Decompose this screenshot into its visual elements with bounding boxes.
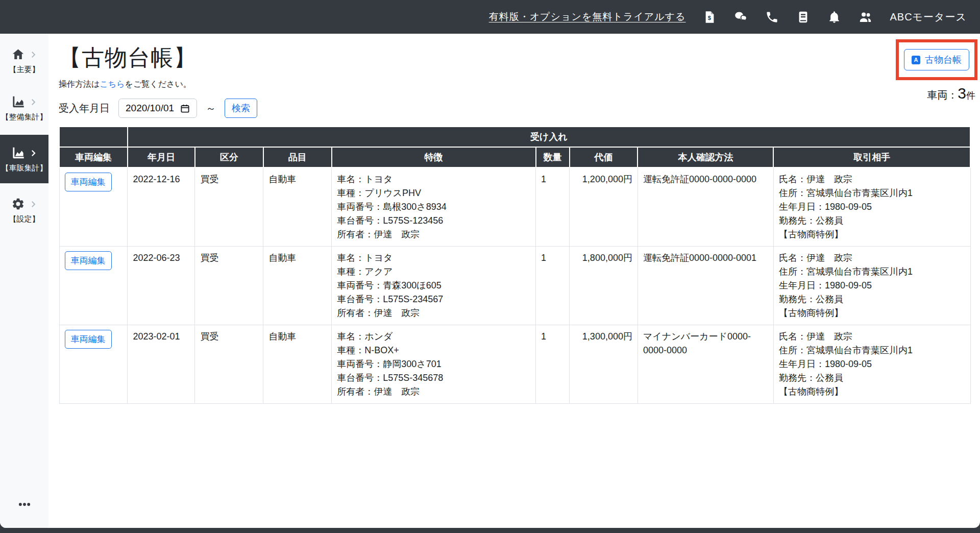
chart-area-icon xyxy=(11,146,25,160)
features-cell: 車名：ホンダ 車種：N-BOX+ 車両番号：静岡300さ701 車台番号：L57… xyxy=(332,325,536,404)
users-icon[interactable] xyxy=(859,10,872,24)
date-cell: 2022-12-16 xyxy=(128,167,195,247)
quantity-cell: 1 xyxy=(536,325,570,404)
vehicle-edit-button[interactable]: 車両編集 xyxy=(65,251,112,270)
gear-icon xyxy=(11,197,25,211)
table-row: 車両編集 2022-12-16 買受 自動車 車名：トヨタ 車種：プリウスPHV… xyxy=(59,167,970,247)
ledger-pdf-button-label: 古物台帳 xyxy=(925,54,962,66)
book-icon[interactable] xyxy=(796,10,810,24)
highlight-annotation: A 古物台帳 xyxy=(896,39,977,80)
table-row: 車両編集 2023-02-01 買受 自動車 車名：ホンダ 車種：N-BOX+ … xyxy=(59,325,970,404)
sidebar-item-maintenance-summary[interactable]: 【整備集計】 xyxy=(0,87,48,129)
vehicle-edit-button[interactable]: 車両編集 xyxy=(65,330,112,349)
help-text: 操作方法は xyxy=(59,80,100,88)
column-header-row: 車両編集 年月日 区分 品目 特徴 数量 代価 本人確認方法 取引相手 xyxy=(59,147,970,167)
col-price: 代価 xyxy=(570,147,638,167)
sidebar-item-car-sales-summary[interactable]: 【車販集計】 xyxy=(0,135,48,183)
col-counterparty: 取引相手 xyxy=(773,147,970,167)
category-cell: 買受 xyxy=(195,325,263,404)
col-edit: 車両編集 xyxy=(59,147,128,167)
app-body: 【主要】 【整備集計】 【車販集計】 xyxy=(0,34,980,528)
chevron-right-icon xyxy=(29,98,38,107)
filter-row: 受入年月日 2020/10/01 ～ 検索 xyxy=(59,99,971,118)
top-header: 有料版・オプションを無料トライアルする $ ABCモータース xyxy=(0,0,980,34)
price-cell: 1,800,000円 xyxy=(570,247,638,325)
ledger-table: 受け入れ 車両編集 年月日 区分 品目 特徴 数量 代価 本人確認方法 取引相手… xyxy=(59,126,971,404)
group-header-row: 受け入れ xyxy=(59,127,970,147)
edit-cell: 車両編集 xyxy=(59,325,128,404)
ellipsis-icon[interactable] xyxy=(17,497,32,512)
vehicle-edit-button[interactable]: 車両編集 xyxy=(65,173,112,191)
date-value: 2020/10/01 xyxy=(126,103,174,114)
vehicle-count: 車両：3件 xyxy=(927,85,977,102)
group-header-empty xyxy=(59,127,128,147)
chart-area-icon xyxy=(11,95,25,109)
identity-cell: 運転免許証0000-0000-0000 xyxy=(638,167,773,247)
help-line: 操作方法はこちらをご覧ください。 xyxy=(59,79,971,90)
sidebar-item-label: 【整備集計】 xyxy=(2,112,47,122)
sidebar-item-settings[interactable]: 【設定】 xyxy=(0,189,48,231)
col-date: 年月日 xyxy=(128,147,195,167)
help-text: をご覧ください。 xyxy=(125,80,191,88)
counterparty-cell: 氏名：伊達 政宗 住所：宮城県仙台市青葉区川内1 生年月日：1980-09-05… xyxy=(773,247,970,325)
date-from-input[interactable]: 2020/10/01 xyxy=(118,99,197,118)
count-label: 車両： xyxy=(927,89,958,101)
ledger-pdf-button[interactable]: A 古物台帳 xyxy=(904,49,969,70)
home-icon xyxy=(11,47,25,61)
price-cell: 1,200,000円 xyxy=(570,167,638,247)
category-cell: 買受 xyxy=(195,247,263,325)
chat-icon[interactable] xyxy=(734,10,748,24)
quantity-cell: 1 xyxy=(536,247,570,325)
features-cell: 車名：トヨタ 車種：アクア 車両番号：青森300ほ605 車台番号：L575S-… xyxy=(332,247,536,325)
phone-icon[interactable] xyxy=(765,10,779,24)
sidebar: 【主要】 【整備集計】 【車販集計】 xyxy=(0,34,48,528)
trial-link[interactable]: 有料版・オプションを無料トライアルする xyxy=(489,10,686,23)
identity-cell: 運転免許証0000-0000-0001 xyxy=(638,247,773,325)
export-area: A 古物台帳 車両：3件 xyxy=(896,39,977,102)
counterparty-cell: 氏名：伊達 政宗 住所：宮城県仙台市青葉区川内1 生年月日：1980-09-05… xyxy=(773,167,970,247)
svg-text:$: $ xyxy=(708,15,712,21)
price-cell: 1,300,000円 xyxy=(570,325,638,404)
bell-icon[interactable] xyxy=(827,10,841,24)
group-header-accept: 受け入れ xyxy=(128,127,970,147)
help-link[interactable]: こちら xyxy=(100,80,125,88)
count-value: 3 xyxy=(958,85,966,102)
quantity-cell: 1 xyxy=(536,167,570,247)
date-cell: 2022-06-23 xyxy=(128,247,195,325)
edit-cell: 車両編集 xyxy=(59,167,128,247)
main-content: 【古物台帳】 操作方法はこちらをご覧ください。 受入年月日 2020/10/01… xyxy=(48,34,980,528)
company-name[interactable]: ABCモータース xyxy=(890,10,967,24)
date-filter-label: 受入年月日 xyxy=(59,102,110,115)
count-unit: 件 xyxy=(966,90,975,101)
sidebar-item-main[interactable]: 【主要】 xyxy=(0,40,48,81)
item-cell: 自動車 xyxy=(263,167,332,247)
edit-cell: 車両編集 xyxy=(59,247,128,325)
sidebar-item-label: 【主要】 xyxy=(9,65,40,75)
table-row: 車両編集 2022-06-23 買受 自動車 車名：トヨタ 車種：アクア 車両番… xyxy=(59,247,970,325)
sidebar-item-label: 【車販集計】 xyxy=(2,163,47,173)
page-title: 【古物台帳】 xyxy=(59,43,971,73)
pdf-icon: A xyxy=(912,56,920,64)
calendar-icon[interactable] xyxy=(180,104,190,113)
col-identity: 本人確認方法 xyxy=(638,147,773,167)
chevron-right-icon xyxy=(29,149,38,158)
invoice-icon[interactable]: $ xyxy=(703,10,717,24)
chevron-right-icon xyxy=(29,200,38,209)
date-cell: 2023-02-01 xyxy=(128,325,195,404)
col-quantity: 数量 xyxy=(536,147,570,167)
sidebar-item-label: 【設定】 xyxy=(9,214,40,224)
category-cell: 買受 xyxy=(195,167,263,247)
col-features: 特徴 xyxy=(332,147,536,167)
item-cell: 自動車 xyxy=(263,325,332,404)
col-category: 区分 xyxy=(195,147,263,167)
counterparty-cell: 氏名：伊達 政宗 住所：宮城県仙台市青葉区川内1 生年月日：1980-09-05… xyxy=(773,325,970,404)
item-cell: 自動車 xyxy=(263,247,332,325)
search-button[interactable]: 検索 xyxy=(225,99,257,118)
identity-cell: マイナンバーカード0000-0000-0000 xyxy=(638,325,773,404)
col-item: 品目 xyxy=(263,147,332,167)
chevron-right-icon xyxy=(29,50,38,59)
features-cell: 車名：トヨタ 車種：プリウスPHV 車両番号：島根300さ8934 車台番号：L… xyxy=(332,167,536,247)
range-tilde: ～ xyxy=(206,102,216,115)
